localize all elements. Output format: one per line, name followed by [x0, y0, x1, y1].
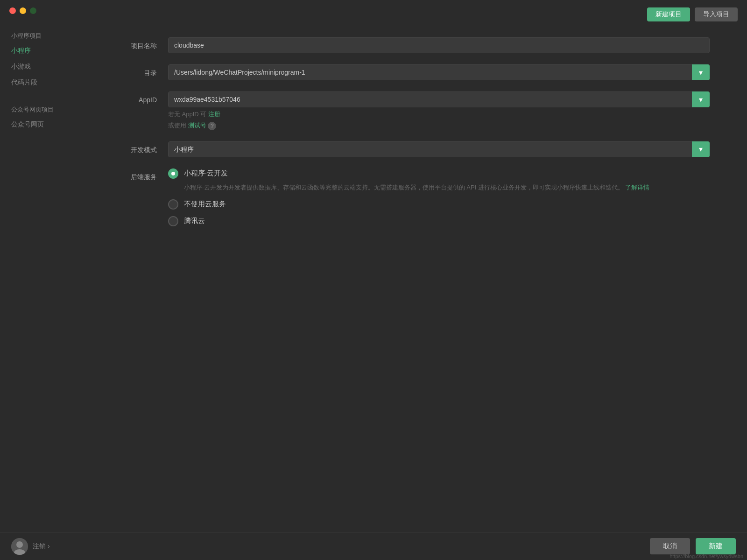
appid-hint: 若无 AppID 可 注册	[168, 110, 710, 119]
radio-option-2[interactable]: 不使用云服务	[168, 199, 710, 210]
radio-cloud-dev: 小程序·云开发 小程序·云开发为开发者提供数据库、存储和云函数等完整的云端支持。…	[168, 168, 710, 193]
project-name-input[interactable]	[168, 37, 710, 53]
sidebar-item-miniprogram[interactable]: 小程序	[0, 43, 93, 59]
radio-label-1: 小程序·云开发	[184, 169, 228, 178]
avatar	[11, 538, 28, 555]
titlebar: 新建项目 导入项目	[0, 0, 747, 19]
radio-desc-text: 小程序·云开发为开发者提供数据库、存储和云函数等完整的云端支持。无需搭建服务器，…	[184, 184, 624, 191]
help-badge[interactable]: ?	[208, 122, 216, 130]
directory-row: 目录 /Users/lidong/WeChatProjects/miniprog…	[131, 64, 710, 80]
hint-text-2: 或使用	[168, 122, 186, 129]
sidebar-group-miniprogram: 小程序项目	[0, 28, 93, 43]
dev-mode-select-wrapper: 小程序	[168, 141, 710, 157]
radio-circle-3	[168, 216, 178, 226]
footer: 注销 › 取消 新建	[0, 532, 747, 560]
logout-link[interactable]: 注销 ›	[33, 542, 50, 551]
titlebar-actions: 新建项目 导入项目	[647, 7, 738, 21]
appid-row: AppID wxda99ae4531b57046 若无 AppID 可 注册 或…	[131, 91, 710, 130]
directory-select-wrapper: /Users/lidong/WeChatProjects/miniprogram…	[168, 64, 710, 80]
sidebar-item-codesnippet[interactable]: 代码片段	[0, 75, 93, 91]
minimize-button[interactable]	[20, 7, 26, 14]
footer-left: 注销 ›	[11, 538, 50, 555]
backend-control: 小程序·云开发 小程序·云开发为开发者提供数据库、存储和云函数等完整的云端支持。…	[168, 168, 710, 226]
sidebar-item-webpage[interactable]: 公众号网页	[0, 117, 93, 133]
sidebar-item-minigame[interactable]: 小游戏	[0, 59, 93, 75]
cancel-button[interactable]: 取消	[650, 538, 690, 554]
appid-select-wrapper: wxda99ae4531b57046	[168, 91, 710, 107]
appid-control: wxda99ae4531b57046 若无 AppID 可 注册 或使用 测试号…	[168, 91, 710, 130]
project-name-row: 项目名称	[131, 37, 710, 53]
test-account-link[interactable]: 测试号	[188, 122, 206, 129]
directory-select[interactable]: /Users/lidong/WeChatProjects/miniprogram…	[168, 64, 710, 80]
traffic-lights	[9, 7, 36, 14]
main-layout: 小程序项目 小程序 小游戏 代码片段 公众号网页项目 公众号网页 项目名称 目录…	[0, 19, 747, 525]
learn-more-link[interactable]: 了解详情	[625, 184, 649, 191]
radio-circle-2	[168, 199, 178, 210]
close-button[interactable]	[9, 7, 16, 14]
radio-option-3[interactable]: 腾讯云	[168, 216, 710, 226]
radio-option-1[interactable]: 小程序·云开发	[168, 168, 710, 179]
new-project-button[interactable]: 新建项目	[647, 7, 690, 21]
url-bar: https://blog.csdn.net/ywsydwsbn	[666, 553, 747, 560]
appid-label: AppID	[131, 91, 168, 104]
backend-label: 后端服务	[131, 168, 168, 182]
project-name-label: 项目名称	[131, 37, 168, 50]
register-link[interactable]: 注册	[208, 111, 220, 118]
directory-control: /Users/lidong/WeChatProjects/miniprogram…	[168, 64, 710, 80]
project-name-control	[168, 37, 710, 53]
dev-mode-label: 开发模式	[131, 141, 168, 154]
footer-right: 取消 新建	[650, 538, 736, 554]
radio-label-2: 不使用云服务	[184, 200, 226, 209]
appid-hint2: 或使用 测试号 ?	[168, 121, 710, 130]
sidebar-group-webpage: 公众号网页项目	[0, 102, 93, 117]
radio-desc-1: 小程序·云开发为开发者提供数据库、存储和云函数等完整的云端支持。无需搭建服务器，…	[184, 182, 710, 193]
backend-row: 后端服务 小程序·云开发 小程序·云开发为开发者提供数据库、存储和云函数等完整的…	[131, 168, 710, 226]
maximize-button[interactable]	[30, 7, 36, 14]
content-area: 项目名称 目录 /Users/lidong/WeChatProjects/min…	[93, 19, 747, 525]
directory-label: 目录	[131, 64, 168, 77]
import-project-button[interactable]: 导入项目	[695, 7, 738, 21]
backend-radio-group: 小程序·云开发 小程序·云开发为开发者提供数据库、存储和云函数等完整的云端支持。…	[168, 168, 710, 226]
radio-circle-1	[168, 168, 178, 179]
dev-mode-control: 小程序	[168, 141, 710, 157]
appid-select[interactable]: wxda99ae4531b57046	[168, 91, 710, 107]
dev-mode-row: 开发模式 小程序	[131, 141, 710, 157]
dev-mode-select[interactable]: 小程序	[168, 141, 710, 157]
hint-text-1: 若无 AppID 可	[168, 111, 206, 118]
create-button[interactable]: 新建	[696, 538, 736, 554]
radio-label-3: 腾讯云	[184, 217, 205, 225]
svg-point-1	[16, 541, 23, 548]
sidebar: 小程序项目 小程序 小游戏 代码片段 公众号网页项目 公众号网页	[0, 19, 93, 525]
